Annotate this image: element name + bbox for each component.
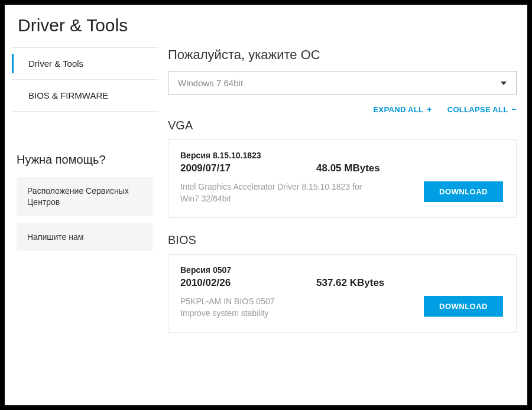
collapse-all-button[interactable]: COLLAPSE ALL − xyxy=(447,105,517,114)
help-contact-button[interactable]: Напишите нам xyxy=(17,223,153,251)
download-button[interactable]: DOWNLOAD xyxy=(424,181,503,202)
page-title: Driver & Tools xyxy=(5,5,527,47)
driver-version: Версия 8.15.10.1823 xyxy=(180,151,504,160)
help-service-locations-button[interactable]: Расположение Сервисных Центров xyxy=(17,177,153,216)
driver-date: 2010/02/26 xyxy=(180,277,316,289)
caret-down-icon xyxy=(501,82,507,85)
minus-icon: − xyxy=(512,105,517,114)
driver-size: 537.62 KBytes xyxy=(316,277,384,289)
plus-icon: + xyxy=(427,105,432,114)
os-select-label: Пожалуйста, укажите ОС xyxy=(168,47,517,63)
expand-collapse-bar: EXPAND ALL + COLLAPSE ALL − xyxy=(168,105,517,114)
tab-list: Driver & Tools BIOS & FIRMWARE xyxy=(12,47,158,112)
tab-bios-firmware[interactable]: BIOS & FIRMWARE xyxy=(12,80,158,112)
driver-card: Версия 8.15.10.1823 2009/07/17 48.05 MBy… xyxy=(168,139,517,218)
help-button-label: Напишите нам xyxy=(27,232,83,242)
os-selected-value: Windows 7 64bit xyxy=(178,78,243,88)
driver-description: Intel Graphics Accelerator Driver 8.15.1… xyxy=(180,181,375,204)
main-content: Пожалуйста, укажите ОС Windows 7 64bit E… xyxy=(158,47,527,348)
help-title: Нужна помощь? xyxy=(12,112,158,177)
driver-date: 2009/07/17 xyxy=(180,162,316,174)
tab-label: BIOS & FIRMWARE xyxy=(28,90,108,100)
section-title-vga: VGA xyxy=(168,119,517,132)
collapse-all-label: COLLAPSE ALL xyxy=(447,105,508,114)
driver-size: 48.05 MBytes xyxy=(316,162,380,174)
driver-card: Версия 0507 2010/02/26 537.62 KBytes P5K… xyxy=(168,254,517,333)
driver-description: P5KPL-AM IN BIOS 0507 Improve system sta… xyxy=(180,296,375,319)
sidebar: Driver & Tools BIOS & FIRMWARE Нужна пом… xyxy=(5,47,158,348)
os-select[interactable]: Windows 7 64bit xyxy=(168,71,517,95)
section-title-bios: BIOS xyxy=(168,233,517,247)
driver-version: Версия 0507 xyxy=(180,265,504,275)
help-button-label: Расположение Сервисных Центров xyxy=(27,186,129,207)
tab-label: Driver & Tools xyxy=(28,58,83,69)
download-button[interactable]: DOWNLOAD xyxy=(424,296,503,317)
expand-all-label: EXPAND ALL xyxy=(374,105,424,114)
tab-driver-tools[interactable]: Driver & Tools xyxy=(12,48,158,80)
expand-all-button[interactable]: EXPAND ALL + xyxy=(374,105,432,114)
